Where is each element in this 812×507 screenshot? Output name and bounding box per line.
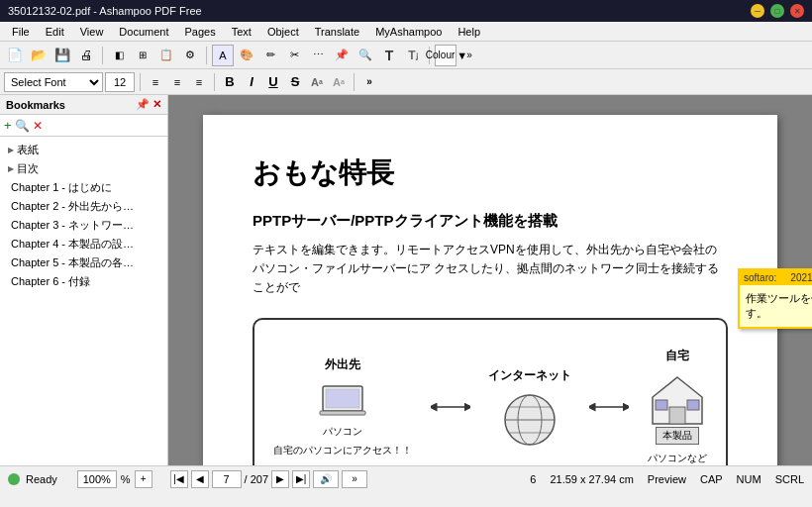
arrow-right-icon xyxy=(589,397,629,417)
menu-translate[interactable]: Translate xyxy=(307,24,367,40)
menu-myashampoo[interactable]: MyAshampoo xyxy=(367,24,450,40)
annotation-author: softaro: xyxy=(744,272,776,283)
pdf-page: おもな特長 PPTPサーバー/PPTPクライアント機能を搭載 テキストを編集でき… xyxy=(203,115,777,465)
status-right: 6 21.59 x 27.94 cm Preview CAP NUM SCRL xyxy=(530,473,804,485)
color-btn-2[interactable]: 🎨 xyxy=(236,45,257,66)
tb-btn-7[interactable]: 📋 xyxy=(155,45,177,66)
status-text: Ready xyxy=(26,473,57,485)
bookmark-add-btn[interactable]: + xyxy=(4,118,12,133)
bookmark-ch5[interactable]: Chapter 5 - 本製品の各種設定... xyxy=(0,254,167,272)
align-center-btn[interactable]: ≡ xyxy=(167,72,187,92)
house-icon xyxy=(648,372,707,427)
pdf-viewer[interactable]: おもな特長 PPTPサーバー/PPTPクライアント機能を搭載 テキストを編集でき… xyxy=(168,95,812,465)
page-number-input[interactable] xyxy=(212,470,242,488)
zoom-input[interactable] xyxy=(77,470,117,488)
bookmark-ch4[interactable]: Chapter 4 - 本製品の設定画面... xyxy=(0,235,167,254)
last-page-btn[interactable]: ▶| xyxy=(292,470,310,488)
tb-btn-6[interactable]: ⊞ xyxy=(132,45,153,66)
separator-font xyxy=(140,73,141,91)
bookmark-ch3[interactable]: Chapter 3 - ネットワーク同士の接... xyxy=(0,216,167,235)
color-btn-5[interactable]: ⋯ xyxy=(307,45,329,66)
font-select[interactable]: Select Font xyxy=(4,72,103,92)
font-size-input[interactable] xyxy=(105,72,135,92)
first-page-btn[interactable]: |◀ xyxy=(170,470,188,488)
separator-more xyxy=(354,73,355,91)
menu-view[interactable]: View xyxy=(72,24,112,40)
menu-edit[interactable]: Edit xyxy=(38,24,72,40)
italic-button[interactable]: I xyxy=(242,72,261,92)
bookmark-search-icon[interactable]: 🔍 xyxy=(15,119,30,133)
align-right-btn[interactable]: ≡ xyxy=(189,72,209,92)
minimize-button[interactable]: ─ xyxy=(751,4,764,18)
bookmarks-pin-btn[interactable]: 📌 xyxy=(136,98,150,111)
color-fill-btn[interactable]: A xyxy=(212,45,234,66)
svg-rect-1 xyxy=(326,389,359,408)
menu-document[interactable]: Document xyxy=(111,24,176,40)
main-area: Bookmarks 📌 ✕ + 🔍 ✕ ▶ 表紙 ▶ 目次 Chapter 1 … xyxy=(0,95,812,465)
print-icon: 🖨 xyxy=(80,48,93,62)
page-navigation: |◀ ◀ / 207 ▶ ▶| 🔊 » xyxy=(170,470,367,488)
bookmarks-close-btn[interactable]: ✕ xyxy=(152,98,161,111)
prev-page-btn[interactable]: ◀ xyxy=(191,470,209,488)
bookmark-mokuji[interactable]: ▶ 目次 xyxy=(0,159,167,178)
bookmark-label: 表紙 xyxy=(17,143,39,157)
underline-button[interactable]: U xyxy=(263,72,283,92)
svg-rect-12 xyxy=(656,400,667,410)
color-btn-6[interactable]: 📌 xyxy=(331,45,353,66)
page-separator: / xyxy=(245,473,248,485)
menu-help[interactable]: Help xyxy=(450,24,488,40)
tb-btn-8[interactable]: ⚙ xyxy=(179,45,201,66)
zoom-in-btn[interactable]: + xyxy=(135,470,152,488)
bookmark-label: Chapter 4 - 本製品の設定画面... xyxy=(11,237,140,252)
bookmark-ch1[interactable]: Chapter 1 - はじめに xyxy=(0,178,167,197)
color-btn-7[interactable]: 🔍 xyxy=(355,45,376,66)
next-page-btn[interactable]: ▶ xyxy=(271,470,289,488)
colour-button[interactable]: Colour ▼ xyxy=(435,45,457,66)
bold-button[interactable]: B xyxy=(220,72,240,92)
print-button[interactable]: 🖨 xyxy=(75,45,97,66)
bookmarks-title: Bookmarks xyxy=(6,99,65,111)
maximize-button[interactable]: □ xyxy=(770,4,784,18)
audio-btn[interactable]: 🔊 xyxy=(313,470,339,488)
status-left: Ready xyxy=(8,473,57,485)
close-button[interactable]: ✕ xyxy=(790,4,804,18)
product-section: 本製品 パソコンなど xyxy=(648,427,707,465)
color-btn-3[interactable]: ✏ xyxy=(259,45,281,66)
num-status: NUM xyxy=(737,473,761,485)
subscript-button[interactable]: Aa xyxy=(329,72,349,92)
preview-mode: Preview xyxy=(648,473,686,485)
bookmark-ch2[interactable]: Chapter 2 - 外出先からの接続... xyxy=(0,197,167,216)
align-left-btn[interactable]: ≡ xyxy=(146,72,165,92)
text-tool-T[interactable]: T xyxy=(378,45,400,66)
new-button[interactable]: 📄 xyxy=(4,45,26,66)
diagram-pc-caption: パソコン xyxy=(323,425,362,439)
save-button[interactable]: 💾 xyxy=(51,45,73,66)
bookmarks-panel: Bookmarks 📌 ✕ + 🔍 ✕ ▶ 表紙 ▶ 目次 Chapter 1 … xyxy=(0,95,168,465)
diagram-center: インターネット xyxy=(488,367,571,447)
title-bar: 35012132-02.pdf - Ashampoo PDF Free ─ □ … xyxy=(0,0,812,22)
tb-btn-5[interactable]: ◧ xyxy=(108,45,130,66)
menu-text[interactable]: Text xyxy=(224,24,259,40)
color-btn-4[interactable]: ✂ xyxy=(283,45,305,66)
superscript-button[interactable]: Aa xyxy=(307,72,327,92)
text-tool-Tf[interactable]: Tⱼ xyxy=(402,45,424,66)
more-format-btn[interactable]: » xyxy=(359,72,379,92)
svg-rect-13 xyxy=(687,400,699,410)
strikethrough-button[interactable]: S xyxy=(285,72,305,92)
bookmark-label: Chapter 6 - 付録 xyxy=(11,274,90,289)
diagram-left: 外出先 パソコン 自宅のパソコンにアクセス！！ xyxy=(273,356,412,457)
menu-pages[interactable]: Pages xyxy=(177,24,224,40)
nav-more-btn[interactable]: » xyxy=(342,470,367,488)
diagram-label-left: 外出先 xyxy=(325,356,360,373)
status-indicator xyxy=(8,473,20,485)
bookmark-delete-icon[interactable]: ✕ xyxy=(33,119,43,133)
menu-file[interactable]: File xyxy=(4,24,38,40)
bookmark-ch6[interactable]: Chapter 6 - 付録 xyxy=(0,272,167,291)
open-button[interactable]: 📂 xyxy=(28,45,50,66)
window-controls[interactable]: ─ □ ✕ xyxy=(751,4,804,18)
pdf-body-text: テキストを編集できます。リモートアクセスVPNを使用して、外出先から自宅や会社の… xyxy=(253,241,728,298)
bookmark-hyoshi[interactable]: ▶ 表紙 xyxy=(0,141,167,159)
open-icon: 📂 xyxy=(31,48,47,62)
menu-object[interactable]: Object xyxy=(259,24,307,40)
more-tools-btn[interactable]: » xyxy=(458,45,480,66)
